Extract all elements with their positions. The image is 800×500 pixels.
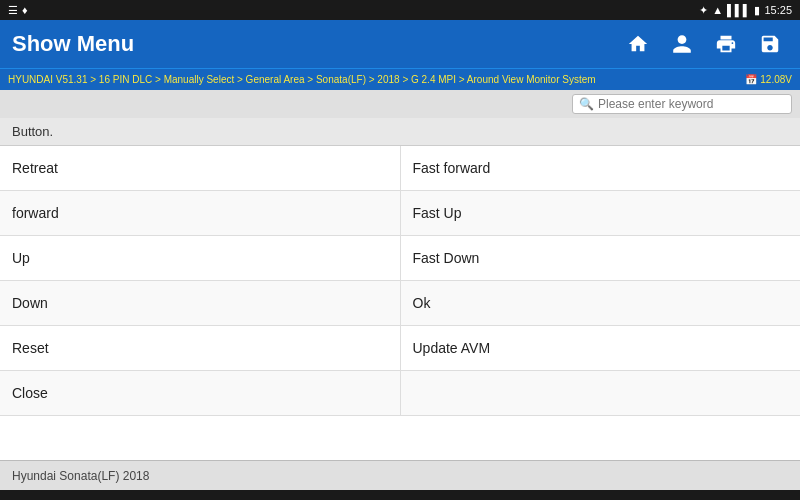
vehicle-info: Hyundai Sonata(LF) 2018 [12,469,149,483]
voltage-value: 12.08V [760,74,792,85]
status-bar: ☰ ♦ ✦ ▲ ▌▌▌ ▮ 15:25 [0,0,800,20]
nav-square-icon[interactable] [447,490,487,500]
signal-icon: ▌▌▌ [727,4,750,16]
table-row[interactable]: Down Ok [0,281,800,326]
nav-home-icon[interactable] [580,490,620,500]
table-row[interactable]: Retreat Fast forward [0,146,800,191]
search-icon: 🔍 [579,97,594,111]
table-cell-left: forward [0,191,401,235]
nav-back-icon[interactable] [47,490,87,500]
nav-print-icon[interactable] [313,490,353,500]
android-icon: ♦ [22,4,28,16]
search-wrapper[interactable]: 🔍 [572,94,792,114]
table-cell-right: Fast Down [401,236,801,280]
main-content: 🔍 Button. Retreat Fast forward forward F… [0,90,800,460]
table-cell-left: Reset [0,326,401,370]
search-bar: 🔍 [0,90,800,118]
table-row[interactable]: Close [0,371,800,416]
table-container: Button. Retreat Fast forward forward Fas… [0,118,800,460]
calendar-icon: 📅 [745,74,757,85]
nav-gallery-icon[interactable] [180,490,220,500]
bluetooth-icon: ✦ [699,4,708,17]
table-cell-left: Retreat [0,146,401,190]
table-row[interactable]: Up Fast Down [0,236,800,281]
table-cell-left: Down [0,281,401,325]
home-button[interactable] [620,26,656,62]
table-row[interactable]: Reset Update AVM [0,326,800,371]
table-cell-right: Fast Up [401,191,801,235]
search-input[interactable] [598,97,785,111]
breadcrumb: HYUNDAI V51.31 > 16 PIN DLC > Manually S… [0,68,800,90]
table-cell-right [401,371,801,415]
user-button[interactable] [664,26,700,62]
clock: 15:25 [764,4,792,16]
table-body: Retreat Fast forward forward Fast Up Up … [0,146,800,416]
header: Show Menu [0,20,800,68]
table-row[interactable]: forward Fast Up [0,191,800,236]
nav-bar [0,490,800,500]
page-title: Show Menu [12,31,612,57]
table-header: Button. [0,118,800,146]
table-cell-right: Fast forward [401,146,801,190]
table-cell-right: Ok [401,281,801,325]
battery-icon: ▮ [754,4,760,17]
menu-icon: ☰ [8,4,18,17]
print-button[interactable] [708,26,744,62]
footer-info: Hyundai Sonata(LF) 2018 [0,460,800,490]
wifi-icon: ▲ [712,4,723,16]
nav-return-icon[interactable] [713,490,753,500]
breadcrumb-text: HYUNDAI V51.31 > 16 PIN DLC > Manually S… [8,74,596,85]
save-button[interactable] [752,26,788,62]
table-cell-left: Close [0,371,401,415]
table-cell-left: Up [0,236,401,280]
table-cell-right: Update AVM [401,326,801,370]
